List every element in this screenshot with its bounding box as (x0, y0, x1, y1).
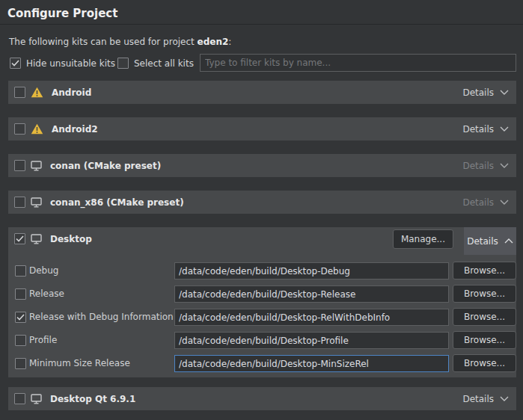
build-config-row: Profile Browse... (8, 332, 516, 349)
build-dir-input[interactable] (174, 332, 449, 349)
checkbox-icon[interactable] (10, 58, 21, 69)
browse-button[interactable]: Browse... (453, 262, 516, 280)
build-config-checkbox[interactable] (15, 335, 26, 346)
kit-name: conan (CMake preset) (50, 161, 161, 171)
kit-section-desktop: Desktop Manage... Details Debug Browse..… (8, 227, 516, 377)
kit-row-android[interactable]: Android Details (8, 81, 516, 104)
details-toggle: Details (462, 161, 510, 171)
page-title: Configure Project (7, 7, 117, 20)
kit-checkbox[interactable] (14, 123, 25, 135)
build-config-checkbox[interactable] (15, 265, 26, 277)
build-config-checkbox[interactable] (15, 312, 26, 323)
kit-name: Desktop (50, 234, 92, 244)
details-label: Details (462, 161, 494, 171)
desktop-icon (31, 161, 42, 171)
desktop-icon (31, 234, 42, 244)
kit-name: Android2 (52, 124, 98, 135)
chevron-up-icon (504, 238, 513, 244)
chevron-down-icon (500, 90, 509, 95)
details-label: Details (462, 197, 494, 208)
browse-button[interactable]: Browse... (453, 308, 516, 326)
chevron-down-icon (500, 396, 509, 401)
details-label: Details (462, 124, 494, 135)
kit-filter-input[interactable] (200, 54, 516, 72)
kit-checkbox[interactable] (14, 197, 25, 208)
kit-checkbox[interactable] (14, 87, 25, 98)
kit-row-conan-x86[interactable]: conan_x86 (CMake preset) Details (8, 191, 516, 214)
title-separator (0, 24, 523, 25)
kit-row-desktop-qt-691[interactable]: Desktop Qt 6.9.1 Details (8, 387, 516, 410)
details-toggle: Details (462, 197, 510, 208)
build-dir-input[interactable] (174, 285, 449, 303)
subtitle-suffix: : (228, 37, 231, 47)
manage-kits-button[interactable]: Manage... (393, 229, 453, 249)
kit-checkbox[interactable] (14, 160, 25, 171)
browse-button[interactable]: Browse... (453, 285, 516, 303)
desktop-icon (31, 394, 42, 404)
kit-checkbox[interactable] (14, 233, 25, 244)
select-all-kits-label: Select all kits (134, 58, 194, 69)
hide-unsuitable-kits-label: Hide unsuitable kits (26, 58, 115, 69)
select-all-kits-checkbox[interactable]: Select all kits (117, 58, 194, 69)
details-toggle[interactable]: Details (462, 87, 510, 98)
details-label: Details (467, 236, 498, 247)
warning-icon (31, 123, 43, 135)
browse-button[interactable]: Browse... (453, 331, 516, 349)
kit-name: Android (52, 87, 91, 98)
checkbox-icon[interactable] (117, 58, 129, 69)
warning-icon (31, 87, 43, 98)
browse-button[interactable]: Browse... (453, 354, 516, 372)
chevron-down-icon (500, 200, 509, 205)
build-config-label: Release (29, 288, 64, 299)
kit-checkbox[interactable] (14, 393, 25, 404)
build-dir-input[interactable] (174, 262, 449, 280)
build-config-row: Minimum Size Release Browse... (8, 355, 516, 372)
kit-row-conan[interactable]: conan (CMake preset) Details (8, 154, 516, 177)
build-config-checkbox[interactable] (15, 288, 26, 300)
build-dir-input[interactable] (174, 309, 449, 326)
build-config-label: Minimum Size Release (29, 358, 130, 368)
details-label: Details (462, 87, 494, 98)
build-config-label: Profile (29, 335, 57, 345)
build-config-checkbox[interactable] (15, 358, 26, 369)
chevron-down-icon (500, 126, 509, 132)
build-config-row: Debug Browse... (8, 262, 516, 280)
kit-name: Desktop Qt 6.9.1 (50, 394, 135, 404)
kit-name: conan_x86 (CMake preset) (50, 197, 184, 208)
details-toggle[interactable]: Details (462, 124, 510, 135)
chevron-down-icon (500, 163, 509, 168)
build-config-label: Release with Debug Information (29, 312, 174, 322)
build-config-row: Release Browse... (8, 285, 516, 303)
build-dir-input[interactable] (174, 355, 449, 372)
hide-unsuitable-kits-checkbox[interactable]: Hide unsuitable kits (10, 58, 115, 69)
subtitle-prefix: The following kits can be used for proje… (9, 37, 198, 47)
details-label: Details (462, 394, 494, 404)
build-config-label: Debug (29, 265, 58, 276)
desktop-icon (31, 197, 42, 208)
project-name: eden2 (198, 37, 229, 47)
kit-row-android2[interactable]: Android2 Details (8, 117, 516, 140)
kits-description: The following kits can be used for proje… (9, 37, 231, 47)
details-toggle[interactable]: Details (462, 394, 510, 404)
build-config-row: Release with Debug Information Browse... (8, 309, 516, 326)
details-toggle[interactable]: Details (464, 227, 516, 255)
